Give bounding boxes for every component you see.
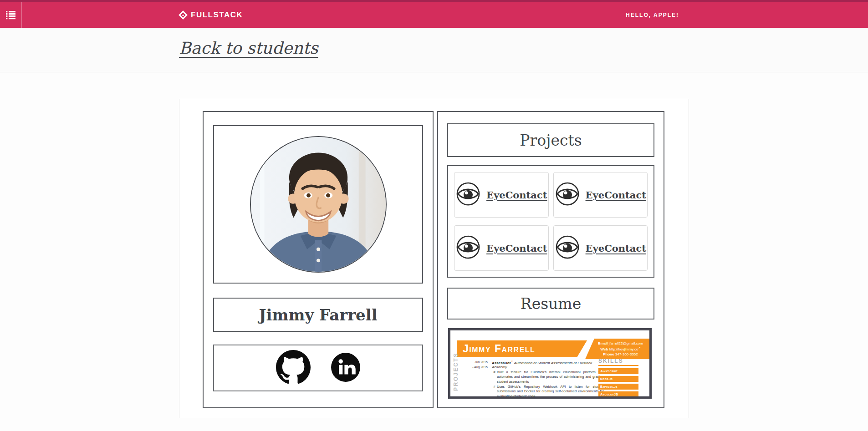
resume-name: Jimmy Farrell [463,343,535,355]
resume-entry: Jun 2015 - Aug 2015 AssessDot↗ Automatio… [465,360,604,399]
linkedin-link[interactable] [331,352,361,384]
resume-document: Jimmy Farrell Email jfarrell22@gmail.com… [450,330,649,396]
entry-dates: Jun 2015 - Aug 2015 [465,360,488,399]
back-to-students-link[interactable]: Back to students [179,39,318,57]
portrait-illustration [251,137,386,272]
main-content: Jimmy Farrell [0,72,868,418]
bullet-hash-icon: # [492,370,497,385]
skill-bar: Node.js [598,376,638,382]
github-link[interactable] [276,350,311,386]
resume-title: Resume [521,295,581,313]
skill-bar: AngularJS [598,391,638,397]
photo-frame [213,125,423,284]
linkedin-icon [331,352,361,384]
resume-entries: Jun 2015 - Aug 2015 AssessDot↗ Automatio… [465,360,604,399]
entry-title: AssessDot↗ Automation of Student Assessm… [492,360,604,369]
resume-section-label: PROJECTS [453,355,459,391]
brand-link[interactable]: FULLSTACK [179,10,243,20]
navbar-container: FULLSTACK HELLO, APPLE! [179,2,689,28]
github-icon [276,350,311,386]
resume-contact-block: Email jfarrell22@gmail.com Web http://he… [585,339,649,359]
bullet-hash-icon: # [492,385,497,399]
entry-content: AssessDot↗ Automation of Student Assessm… [488,360,604,399]
resume-phone: Phone 347-360-3362 [593,352,648,357]
skill-bar: JavaScript [598,368,638,374]
resume-email: Email jfarrell22@gmail.com [593,341,648,346]
page-subheader: Back to students [0,28,868,72]
student-name-box: Jimmy Farrell [213,298,423,332]
project-card[interactable]: EyeContact [454,225,549,271]
eye-icon[interactable] [555,181,580,208]
projects-title: Projects [520,132,582,149]
resume-header: Resume [447,288,654,319]
projects-header: Projects [447,123,654,157]
project-link[interactable]: EyeContact [586,189,646,201]
social-links-box [213,345,423,391]
subheader-container: Back to students [179,28,689,57]
project-card[interactable]: EyeContact [454,172,549,218]
student-profile-card: Jimmy Farrell [179,99,689,418]
external-link-icon: ↗ [511,360,513,363]
entry-bullet: # Uses GitHub's Repository Webhook API t… [492,385,604,399]
skill-bar: Express.js [598,384,638,390]
eye-icon[interactable] [455,181,481,208]
project-card[interactable]: EyeContact [553,225,648,271]
resume-skills: SKILLS JavaScript Node.js Express.js Ang… [598,358,638,399]
project-card[interactable]: EyeContact [553,172,648,218]
entry-bullet: # Built a feature for Fullstack's intern… [492,370,604,385]
resume-name-band: Jimmy Farrell [457,340,587,357]
profile-panel: Jimmy Farrell [203,111,434,408]
project-link[interactable]: EyeContact [486,189,547,201]
fullstack-diamond-icon [179,10,188,20]
projects-grid: EyeContact EyeContact [447,165,654,278]
user-greeting: HELLO, APPLE! [626,12,689,18]
work-panel: Projects EyeContact [437,111,664,408]
resume-thumbnail[interactable]: Jimmy Farrell Email jfarrell22@gmail.com… [448,328,652,399]
top-navbar: FULLSTACK HELLO, APPLE! [0,0,868,28]
project-link[interactable]: EyeContact [486,243,547,254]
menu-button[interactable] [0,2,22,30]
student-photo [250,136,387,273]
eye-icon[interactable] [555,234,580,262]
project-link[interactable]: EyeContact [586,243,646,254]
resume-web: Web http://heyjimmy.co↗ [593,346,648,352]
list-menu-icon [6,11,15,21]
student-name: Jimmy Farrell [259,306,377,324]
external-link-icon: ↗ [638,346,640,349]
brand-label: FULLSTACK [191,10,243,20]
eye-icon[interactable] [455,234,481,262]
skills-title: SKILLS [598,358,638,366]
